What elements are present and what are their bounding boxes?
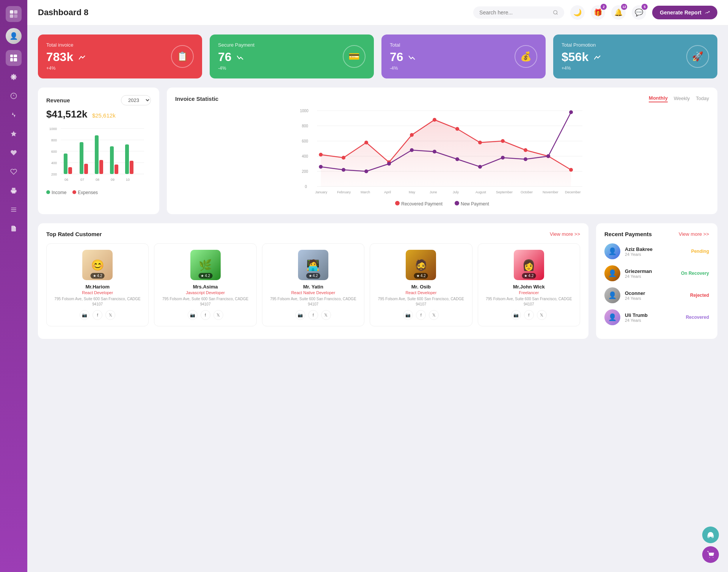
app-logo[interactable] bbox=[6, 6, 22, 22]
stat-card-invoice: Total invoice 783k +4% 📋 bbox=[38, 34, 202, 78]
charts-row: Revenue 202320222021 $41,512k $25,612k bbox=[38, 88, 717, 214]
payment-age-0: 24 Years bbox=[625, 252, 687, 257]
svg-text:08: 08 bbox=[96, 178, 99, 182]
sidebar-item-dashboard[interactable] bbox=[6, 50, 22, 66]
generate-report-button[interactable]: Generate Report bbox=[652, 6, 717, 19]
payments-view-more[interactable]: View more >> bbox=[679, 231, 709, 237]
customer-role-osib: React Developer bbox=[375, 290, 467, 295]
svg-text:800: 800 bbox=[302, 124, 308, 128]
stat-label-promo: Total Promotion bbox=[562, 42, 602, 48]
svg-rect-5 bbox=[14, 55, 17, 57]
payment-avatar-1: 👤 bbox=[604, 265, 620, 281]
stat-label-total: Total bbox=[390, 42, 416, 48]
svg-text:March: March bbox=[361, 190, 370, 194]
svg-rect-37 bbox=[130, 161, 133, 174]
trend-icon-4 bbox=[594, 55, 602, 61]
sidebar-item-wishlist[interactable] bbox=[6, 164, 22, 180]
customer-name-yatin: Mr. Yatin bbox=[267, 284, 359, 290]
notification-btn[interactable]: 🔔 12 bbox=[611, 5, 626, 20]
svg-text:October: October bbox=[521, 190, 533, 194]
facebook-icon-2[interactable]: f bbox=[201, 310, 210, 320]
invoice-header: Invoice Statistic Monthly Weekly Today bbox=[175, 95, 709, 102]
instagram-icon[interactable]: 📷 bbox=[80, 310, 89, 320]
customer-rating-johnwick: ★ 4.2 bbox=[522, 273, 536, 279]
top-customers-card: Top Rated Customer View more >> 😊 ★ 4.2 … bbox=[38, 223, 588, 339]
fab-support[interactable] bbox=[702, 527, 719, 543]
svg-text:September: September bbox=[496, 190, 513, 194]
trend-icon bbox=[79, 55, 86, 61]
headset-icon bbox=[707, 531, 714, 539]
facebook-icon-4[interactable]: f bbox=[416, 310, 426, 320]
gift-icon-btn[interactable]: 🎁 2 bbox=[591, 5, 605, 20]
stat-change-payment: -4% bbox=[218, 66, 254, 71]
instagram-icon-5[interactable]: 📷 bbox=[511, 310, 521, 320]
customers-view-more[interactable]: View more >> bbox=[550, 231, 580, 237]
instagram-icon-4[interactable]: 📷 bbox=[403, 310, 413, 320]
svg-rect-33 bbox=[99, 160, 103, 174]
instagram-icon-3[interactable]: 📷 bbox=[295, 310, 305, 320]
chart-icon bbox=[704, 10, 710, 15]
fab-cart[interactable] bbox=[702, 546, 719, 563]
payment-age-1: 24 Years bbox=[625, 274, 676, 279]
svg-text:0: 0 bbox=[305, 185, 307, 189]
tab-monthly[interactable]: Monthly bbox=[649, 95, 668, 102]
instagram-icon-2[interactable]: 📷 bbox=[188, 310, 198, 320]
twitter-icon-2[interactable]: 𝕏 bbox=[213, 310, 223, 320]
customer-avatar-johnwick: 👩 ★ 4.2 bbox=[514, 250, 544, 280]
user-avatar[interactable]: 👤 bbox=[6, 28, 22, 44]
twitter-icon-5[interactable]: 𝕏 bbox=[537, 310, 547, 320]
svg-rect-4 bbox=[10, 55, 13, 57]
invoice-statistic-card: Invoice Statistic Monthly Weekly Today bbox=[167, 88, 717, 214]
search-input[interactable] bbox=[479, 9, 550, 16]
svg-point-91 bbox=[709, 557, 710, 558]
payment-item-3: 👤 Uli Trumb 24 Years Recovered bbox=[604, 309, 709, 325]
customer-socials-johnwick: 📷 f 𝕏 bbox=[483, 310, 575, 320]
svg-text:November: November bbox=[543, 190, 559, 194]
stat-icon-payment: 💳 bbox=[343, 45, 366, 68]
payment-age-2: 24 Years bbox=[625, 296, 686, 301]
facebook-icon-5[interactable]: f bbox=[524, 310, 534, 320]
sidebar-item-print[interactable] bbox=[6, 183, 22, 199]
stat-icon-promo: 🚀 bbox=[686, 45, 709, 68]
svg-point-60 bbox=[433, 118, 436, 122]
facebook-icon-3[interactable]: f bbox=[308, 310, 318, 320]
svg-point-74 bbox=[478, 165, 482, 169]
twitter-icon-4[interactable]: 𝕏 bbox=[429, 310, 439, 320]
svg-rect-2 bbox=[10, 14, 13, 18]
twitter-icon-3[interactable]: 𝕏 bbox=[321, 310, 331, 320]
bar-chart-svg: 1000 800 600 400 200 bbox=[46, 125, 151, 185]
sidebar-item-analytics[interactable] bbox=[6, 107, 22, 123]
tab-weekly[interactable]: Weekly bbox=[674, 95, 690, 102]
svg-text:July: July bbox=[453, 190, 459, 194]
stat-value-promo: $56k bbox=[562, 50, 602, 64]
tab-today[interactable]: Today bbox=[696, 95, 709, 102]
year-select[interactable]: 202320222021 bbox=[121, 95, 151, 105]
sidebar-item-heart[interactable] bbox=[6, 145, 22, 161]
sidebar-item-settings[interactable] bbox=[6, 69, 22, 85]
customers-title: Top Rated Customer bbox=[46, 231, 102, 237]
search-bar[interactable] bbox=[473, 6, 564, 19]
sidebar-item-reports[interactable] bbox=[6, 221, 22, 237]
recent-payments-card: Recent Payments View more >> 👤 Aziz Bakr… bbox=[596, 223, 717, 339]
customer-card-asima: 🌿 ★ 4.2 Mrs.Asima Javascript Developer 7… bbox=[154, 243, 256, 326]
message-btn[interactable]: 💬 5 bbox=[632, 5, 646, 20]
svg-rect-6 bbox=[10, 58, 13, 61]
svg-rect-32 bbox=[95, 135, 99, 174]
bottom-row: Top Rated Customer View more >> 😊 ★ 4.2 … bbox=[38, 223, 717, 339]
stat-change-invoice: +4% bbox=[46, 66, 86, 71]
payments-title: Recent Payments bbox=[604, 231, 652, 237]
svg-point-67 bbox=[319, 165, 323, 169]
invoice-legend: Recovered Payment New Payment bbox=[175, 201, 709, 207]
twitter-icon[interactable]: 𝕏 bbox=[105, 310, 115, 320]
payment-status-3: Recovered bbox=[686, 315, 709, 320]
payment-info-2: Oconner 24 Years bbox=[625, 290, 686, 301]
sidebar-item-menu[interactable] bbox=[6, 202, 22, 218]
line-chart-svg: 1000 800 600 400 200 0 bbox=[175, 107, 709, 198]
customer-rating-yatin: ★ 4.2 bbox=[306, 273, 320, 279]
theme-toggle-btn[interactable]: 🌙 bbox=[570, 5, 585, 20]
sidebar-item-info[interactable] bbox=[6, 88, 22, 104]
sidebar-item-favorites[interactable] bbox=[6, 126, 22, 142]
svg-rect-1 bbox=[14, 10, 17, 14]
svg-rect-36 bbox=[125, 144, 129, 174]
facebook-icon[interactable]: f bbox=[93, 310, 102, 320]
